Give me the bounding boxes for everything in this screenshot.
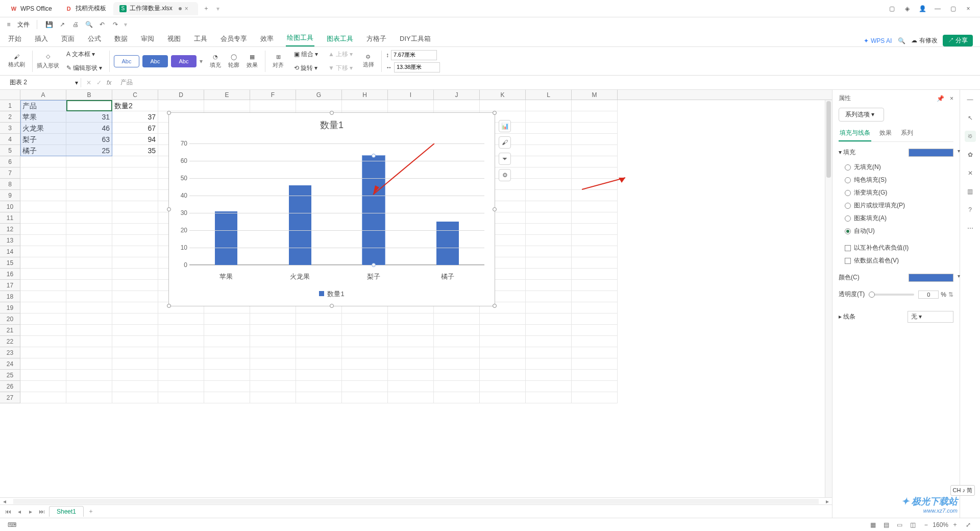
- cell[interactable]: [342, 381, 388, 392]
- zoom-level[interactable]: 160%: [933, 521, 948, 528]
- horizontal-scrollbar[interactable]: ◂▸: [0, 497, 832, 504]
- menu-icon[interactable]: ≡: [4, 20, 13, 29]
- series-options-dropdown[interactable]: 系列选项 ▾: [839, 108, 884, 122]
- cell[interactable]: [526, 235, 572, 246]
- confirm-icon[interactable]: ✓: [96, 79, 102, 86]
- rtab-efficiency[interactable]: 效率: [259, 31, 275, 46]
- cursor-icon[interactable]: ↖: [965, 112, 976, 124]
- close-panel-icon[interactable]: ×: [950, 95, 953, 102]
- cell[interactable]: [526, 123, 572, 134]
- cell[interactable]: [112, 313, 158, 325]
- cell[interactable]: [112, 212, 158, 224]
- cell[interactable]: [388, 325, 434, 336]
- cell[interactable]: [296, 381, 342, 392]
- cell[interactable]: [66, 325, 112, 336]
- cell[interactable]: [296, 370, 342, 381]
- ime-indicator[interactable]: CH ♪ 简: [950, 485, 975, 496]
- undo-icon[interactable]: ↶: [97, 20, 107, 29]
- cell[interactable]: [112, 392, 158, 403]
- cell[interactable]: [66, 370, 112, 381]
- cell[interactable]: [572, 235, 618, 246]
- style-strip-icon[interactable]: ✿: [965, 149, 976, 160]
- status-mode-icon[interactable]: ⌨: [7, 520, 17, 530]
- sheet-tab[interactable]: Sheet1: [49, 506, 84, 517]
- cell[interactable]: 94: [112, 134, 158, 145]
- cell[interactable]: [526, 212, 572, 224]
- panel-tab-effect[interactable]: 效果: [878, 126, 893, 141]
- cell[interactable]: [66, 313, 112, 325]
- cell[interactable]: [112, 246, 158, 257]
- fill-section-toggle[interactable]: ▾ 填充: [839, 148, 855, 157]
- cell[interactable]: [434, 100, 480, 111]
- zoom-out-button[interactable]: −: [921, 520, 931, 530]
- cell[interactable]: [526, 381, 572, 392]
- cell[interactable]: [434, 347, 480, 358]
- group-button[interactable]: ▣ 组合 ▾: [291, 49, 321, 60]
- share-button[interactable]: ↗ 分享: [943, 35, 973, 46]
- shape-style-3[interactable]: Abc: [171, 55, 197, 67]
- row-header[interactable]: 8: [0, 179, 20, 190]
- cell[interactable]: 63: [66, 134, 112, 145]
- cell[interactable]: [434, 392, 480, 403]
- qa-overflow[interactable]: ▾: [124, 21, 127, 28]
- cell[interactable]: [388, 381, 434, 392]
- cell[interactable]: [20, 325, 66, 336]
- rtab-fanggezi[interactable]: 方格子: [365, 31, 387, 46]
- shape-style-2[interactable]: Abc: [142, 55, 168, 67]
- row-header[interactable]: 5: [0, 145, 20, 156]
- cell[interactable]: [112, 358, 158, 370]
- cell[interactable]: [572, 291, 618, 302]
- cell[interactable]: [572, 167, 618, 179]
- text-box-button[interactable]: A 文本框 ▾: [63, 49, 105, 60]
- cell[interactable]: [66, 269, 112, 280]
- save-icon[interactable]: 💾: [44, 20, 54, 29]
- cell[interactable]: [112, 302, 158, 313]
- rtab-drawing-tools[interactable]: 绘图工具: [286, 30, 314, 46]
- cell[interactable]: [572, 111, 618, 123]
- cell[interactable]: 37: [112, 111, 158, 123]
- cell[interactable]: 35: [112, 145, 158, 156]
- row-header[interactable]: 14: [0, 246, 20, 257]
- embedded-chart[interactable]: 数量1 010203040506070 苹果火龙果梨子橘子 数量1: [168, 112, 495, 306]
- align-button[interactable]: ⊞对齐: [270, 54, 287, 69]
- spreadsheet-grid[interactable]: ABCDEFGHIJKLM 1产品数量1数量22苹果31373火龙果46674梨…: [0, 90, 832, 497]
- cell[interactable]: [20, 392, 66, 403]
- cell[interactable]: [66, 212, 112, 224]
- cell[interactable]: [572, 179, 618, 190]
- cell[interactable]: [342, 313, 388, 325]
- cell[interactable]: [526, 336, 572, 347]
- cell[interactable]: [526, 134, 572, 145]
- row-header[interactable]: 9: [0, 190, 20, 201]
- row-header[interactable]: 13: [0, 235, 20, 246]
- cell[interactable]: [434, 336, 480, 347]
- chart-title[interactable]: 数量1: [169, 119, 495, 131]
- move-up-button[interactable]: ▲ 上移 ▾: [325, 49, 356, 60]
- row-header[interactable]: 27: [0, 392, 20, 403]
- rtab-data[interactable]: 数据: [113, 31, 129, 46]
- cell[interactable]: [342, 392, 388, 403]
- row-header[interactable]: 18: [0, 291, 20, 302]
- add-tab-button[interactable]: ＋: [199, 2, 213, 16]
- cell[interactable]: [112, 269, 158, 280]
- cell[interactable]: [526, 370, 572, 381]
- col-header[interactable]: K: [480, 90, 526, 100]
- cell[interactable]: 25: [66, 145, 112, 156]
- cell[interactable]: [20, 313, 66, 325]
- cell[interactable]: [434, 358, 480, 370]
- cell[interactable]: [158, 100, 204, 111]
- cell[interactable]: [20, 269, 66, 280]
- cell[interactable]: [66, 246, 112, 257]
- cell[interactable]: [204, 347, 250, 358]
- cell[interactable]: [526, 347, 572, 358]
- tab-document[interactable]: S 工作簿数量.xlsx ×: [113, 2, 198, 15]
- cell[interactable]: [572, 336, 618, 347]
- fullscreen-icon[interactable]: ⤢: [963, 520, 973, 530]
- cell[interactable]: [388, 392, 434, 403]
- cell[interactable]: [572, 145, 618, 156]
- cell[interactable]: [342, 325, 388, 336]
- cell[interactable]: [572, 201, 618, 212]
- cell[interactable]: [572, 246, 618, 257]
- cell[interactable]: [20, 179, 66, 190]
- opacity-value[interactable]: 0: [918, 291, 939, 299]
- cell[interactable]: [204, 313, 250, 325]
